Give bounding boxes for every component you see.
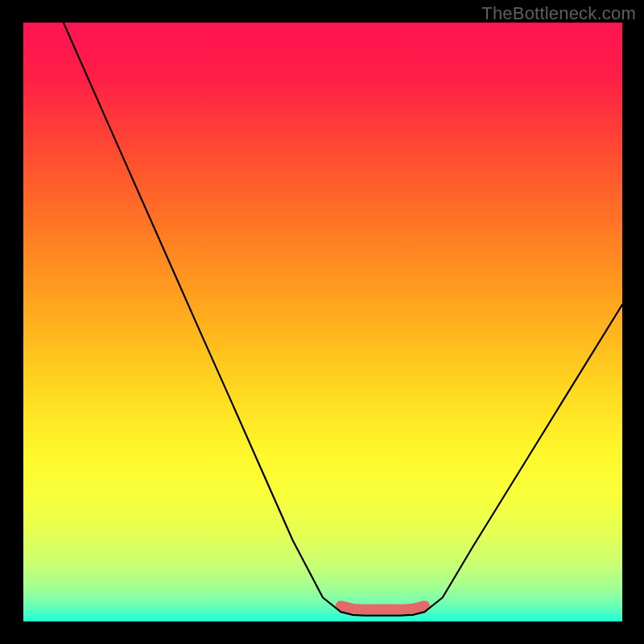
watermark-text: TheBottleneck.com [481, 3, 636, 24]
bottleneck-curve [64, 23, 622, 616]
chart-svg [23, 23, 622, 621]
bottom-highlight [341, 606, 424, 609]
plot-area [23, 23, 622, 621]
chart-frame: TheBottleneck.com [0, 0, 644, 644]
